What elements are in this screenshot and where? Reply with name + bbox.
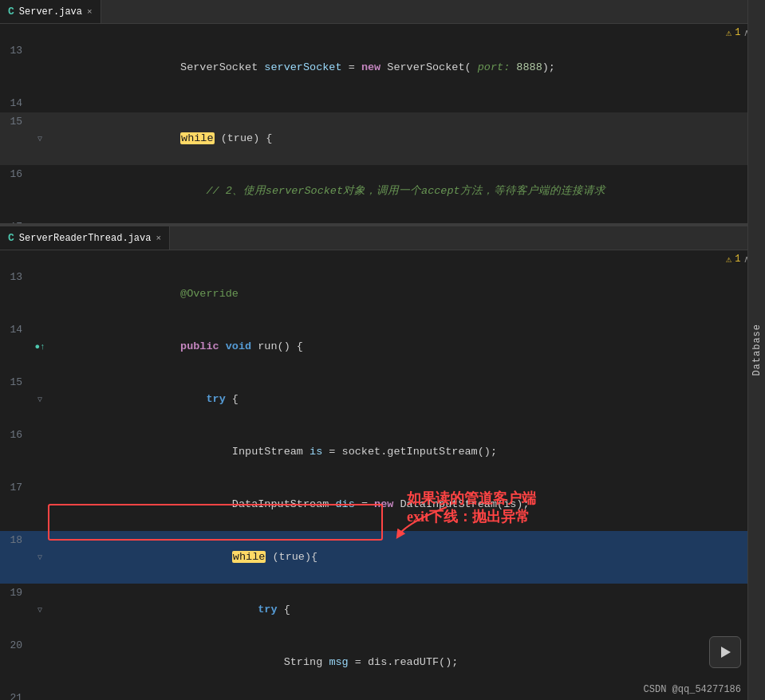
- line-gutter: [32, 218, 48, 223]
- fold-arrow-18[interactable]: ▽: [37, 553, 42, 562]
- tab-close-server[interactable]: ×: [87, 7, 93, 17]
- bottom-code-lines: 13 @Override 14 ●↑ public void run() {: [0, 268, 765, 700]
- line-num: 14: [0, 94, 32, 112]
- line-num: 17: [0, 218, 32, 223]
- line-content: public void run() {: [48, 321, 765, 373]
- line-num: 15: [0, 112, 32, 165]
- line-num: 13: [0, 268, 32, 321]
- top-tab-bar: C Server.java ×: [0, 0, 765, 24]
- fold-arrow-19[interactable]: ▽: [37, 605, 42, 615]
- line-num: 15: [0, 373, 32, 426]
- tab-server-java[interactable]: C Server.java ×: [0, 0, 101, 23]
- tab-icon-c: C: [8, 6, 14, 18]
- line-gutter: ●↑: [32, 321, 48, 373]
- line-num: 14: [0, 321, 32, 373]
- top-code-scroll: 13 ServerSocket serverSocket = new Serve…: [0, 41, 765, 223]
- line-content: Socket socket = serverSocket.accept();: [48, 218, 765, 223]
- line-gutter: [32, 689, 48, 700]
- database-sidebar[interactable]: Database: [747, 0, 765, 700]
- line-content: [48, 94, 765, 112]
- tab-close-serverreader[interactable]: ×: [156, 234, 161, 243]
- line-gutter: ▽: [32, 112, 48, 165]
- code-line-bottom-14: 14 ●↑ public void run() {: [0, 321, 765, 373]
- line-num: 13: [0, 41, 32, 94]
- warning-count-bottom: 1: [735, 254, 740, 265]
- tab-label-server: Server.java: [19, 6, 82, 18]
- bottom-code-scroll: 13 @Override 14 ●↑ public void run() {: [0, 268, 765, 700]
- editor-container: C Server.java × ⚠ 1 ∧ ∨ 13 ServerSocket …: [0, 0, 765, 700]
- bottom-tab-bar: C ServerReaderThread.java ×: [0, 226, 765, 250]
- svg-marker-0: [721, 647, 731, 658]
- tab-label-serverreader: ServerReaderThread.java: [19, 233, 152, 244]
- line-content: InputStream is = socket.getInputStream()…: [48, 426, 765, 478]
- warning-count: 1: [735, 27, 740, 38]
- line-num: 18: [0, 531, 32, 584]
- line-gutter: [32, 478, 48, 531]
- csdn-watermark: CSDN @qq_54277186: [644, 684, 741, 695]
- tab-serverreader-java[interactable]: C ServerReaderThread.java ×: [0, 226, 170, 250]
- line-content: while (true){: [48, 531, 765, 584]
- line-num: 21: [0, 689, 32, 700]
- line-content: @Override: [48, 268, 765, 321]
- code-line-bottom-19: 19 ▽ try {: [0, 584, 765, 636]
- bottom-panel: C ServerReaderThread.java × ⚠ 1 ∧ ∨ 13 @…: [0, 226, 765, 700]
- line-content: try {: [48, 373, 765, 426]
- code-line-bottom-17: 17 DataInputStream dis = new DataInputSt…: [0, 478, 765, 531]
- code-line-bottom-15: 15 ▽ try {: [0, 373, 765, 426]
- debug-arrow: ●↑: [34, 342, 45, 352]
- line-gutter: [32, 165, 48, 218]
- code-line-bottom-18: 18 ▽ while (true){: [0, 531, 765, 584]
- code-line-top-17: 17 Socket socket = serverSocket.accept()…: [0, 218, 765, 223]
- line-gutter: [32, 41, 48, 94]
- line-num: 17: [0, 478, 32, 531]
- tab-icon-c2: C: [8, 232, 14, 244]
- line-gutter: [32, 268, 48, 321]
- line-content: try {: [48, 584, 765, 636]
- line-num: 20: [0, 636, 32, 689]
- warning-icon-bottom: ⚠: [726, 254, 731, 265]
- database-label: Database: [751, 324, 763, 376]
- line-gutter: [32, 636, 48, 689]
- top-warning-bar: ⚠ 1 ∧ ∨: [0, 24, 765, 41]
- line-gutter: ▽: [32, 373, 48, 426]
- fold-arrow[interactable]: ▽: [37, 134, 42, 144]
- code-line-bottom-16: 16 InputStream is = socket.getInputStrea…: [0, 426, 765, 478]
- warning-icon: ⚠: [726, 27, 731, 39]
- line-content: while (true) {: [48, 112, 765, 165]
- line-num: 16: [0, 426, 32, 478]
- code-line-top-14: 14: [0, 94, 765, 112]
- code-line-bottom-20: 20 String msg = dis.readUTF();: [0, 636, 765, 689]
- line-gutter: ▽: [32, 531, 48, 584]
- line-num: 19: [0, 584, 32, 636]
- line-content: String msg = dis.readUTF();: [48, 636, 765, 689]
- bottom-warning-bar: ⚠ 1 ∧ ∨: [0, 250, 765, 268]
- line-content: ServerSocket serverSocket = new ServerSo…: [48, 41, 765, 94]
- line-content: // 2、使用serverSocket对象，调用一个accept方法，等待客户端…: [48, 165, 765, 218]
- code-line-bottom-13: 13 @Override: [0, 268, 765, 321]
- code-line-top-15: 15 ▽ while (true) {: [0, 112, 765, 165]
- line-gutter: [32, 94, 48, 112]
- code-line-top-16: 16 // 2、使用serverSocket对象，调用一个accept方法，等待…: [0, 165, 765, 218]
- play-icon: [717, 644, 733, 660]
- code-line-top-13: 13 ServerSocket serverSocket = new Serve…: [0, 41, 765, 94]
- fold-arrow-15[interactable]: ▽: [37, 395, 42, 404]
- line-gutter: [32, 426, 48, 478]
- top-code-lines: 13 ServerSocket serverSocket = new Serve…: [0, 41, 765, 223]
- line-gutter: ▽: [32, 584, 48, 636]
- line-content: DataInputStream dis = new DataInputStrea…: [48, 478, 765, 531]
- play-button[interactable]: [709, 636, 741, 668]
- top-panel: C Server.java × ⚠ 1 ∧ ∨ 13 ServerSocket …: [0, 0, 765, 223]
- line-num: 16: [0, 165, 32, 218]
